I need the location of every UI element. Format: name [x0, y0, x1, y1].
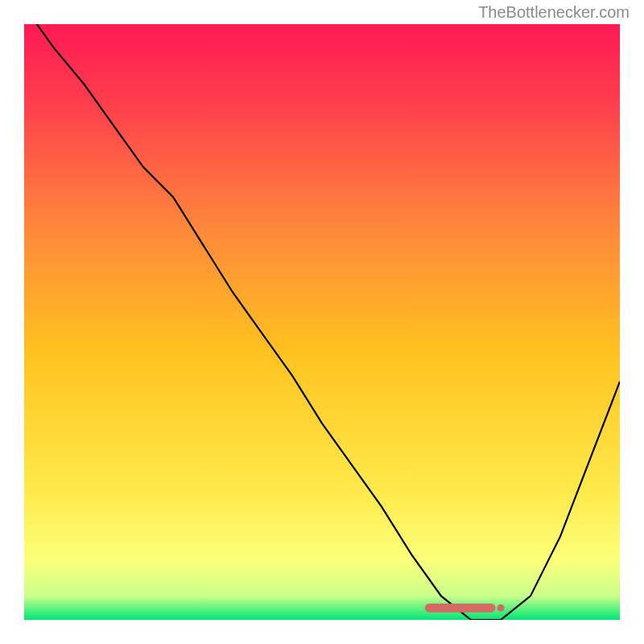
- chart-container: [24, 24, 620, 620]
- chart-svg: [24, 24, 620, 620]
- gradient-background: [24, 24, 620, 620]
- watermark-text: TheBottlenecker.com: [478, 3, 630, 22]
- highlight-marker-dot: [497, 605, 505, 612]
